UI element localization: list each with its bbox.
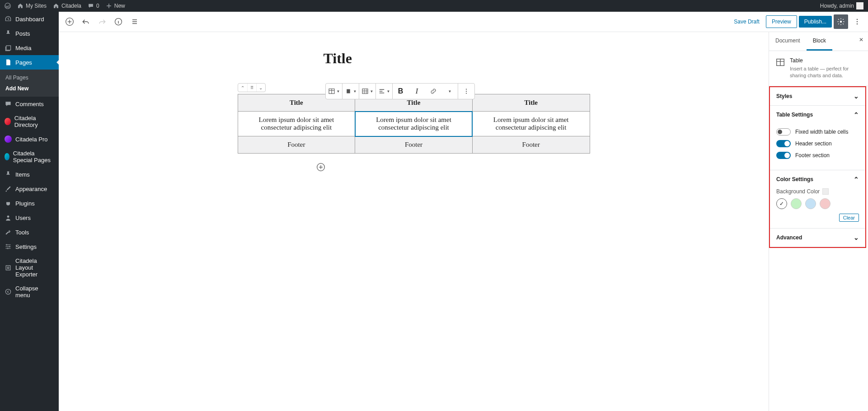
wordpress-icon — [5, 3, 11, 9]
panel-color-settings[interactable]: Color Settings⌃ — [770, 170, 865, 188]
align-button[interactable]: ▼ — [343, 84, 359, 99]
table-cell[interactable]: Lorem ipsum dolor sit amet consectetur a… — [355, 112, 473, 136]
more-menu-button[interactable] — [850, 14, 864, 29]
color-swatch[interactable] — [791, 198, 802, 209]
color-swatch[interactable] — [820, 198, 830, 209]
sidebar-item-media[interactable]: Media — [0, 41, 59, 55]
color-swatches: ✓ — [776, 198, 859, 209]
link-button[interactable] — [425, 84, 441, 99]
howdy-link[interactable]: Howdy, admin — [820, 2, 863, 9]
comments-link[interactable]: 0 — [88, 3, 99, 9]
close-inspector-button[interactable]: ✕ — [854, 32, 868, 51]
my-sites-link[interactable]: My Sites — [17, 3, 47, 9]
table-footer-cell[interactable]: Footer — [238, 136, 355, 154]
sidebar-item-comments[interactable]: Comments — [0, 97, 59, 111]
color-swatch[interactable] — [805, 198, 816, 209]
sidebar-sub-all-pages[interactable]: All Pages — [0, 72, 59, 83]
wp-logo[interactable] — [5, 3, 11, 9]
publish-button[interactable]: Publish... — [799, 16, 832, 28]
panel-advanced[interactable]: Advanced⌄ — [770, 229, 865, 247]
append-block-button[interactable] — [314, 161, 327, 173]
settings-gear-button[interactable] — [834, 14, 848, 29]
bold-button[interactable]: B — [393, 84, 409, 99]
toggle-label: Header section — [795, 140, 832, 147]
more-format-button[interactable]: ▼ — [441, 84, 458, 99]
toggle-label: Footer section — [795, 152, 830, 159]
sidebar-sub-add-new[interactable]: Add New — [0, 83, 59, 94]
new-link[interactable]: New — [106, 3, 125, 9]
add-block-button[interactable] — [62, 14, 77, 29]
brush-icon — [5, 185, 12, 192]
color-swatch[interactable]: ✓ — [776, 198, 787, 209]
tab-block[interactable]: Block — [807, 32, 832, 51]
table-footer-cell[interactable]: Footer — [355, 136, 473, 154]
svg-point-7 — [857, 21, 858, 23]
sidebar-item-settings[interactable]: Settings — [0, 239, 59, 254]
plus-icon — [106, 3, 112, 9]
comment-icon — [88, 3, 94, 9]
editor-top-bar: Save Draft Preview Publish... — [59, 12, 868, 32]
bg-color-label: Background Color — [776, 188, 859, 195]
sidebar-item-citadela-directory[interactable]: Citadela Directory — [0, 111, 59, 132]
table-block[interactable]: ⌃ ⠿ ⌄ ▼ ▼ ▼ — [238, 94, 590, 154]
text-align-button[interactable]: ▼ — [376, 84, 392, 99]
redo-icon — [98, 17, 107, 26]
undo-button[interactable] — [79, 14, 93, 29]
drag-handle[interactable]: ⠿ — [247, 84, 256, 92]
tab-document[interactable]: Document — [769, 32, 807, 51]
block-type-button[interactable]: ▼ — [326, 84, 342, 99]
color-preview-swatch — [822, 188, 829, 195]
block-name: Table — [790, 57, 862, 64]
preview-button[interactable]: Preview — [766, 15, 797, 28]
block-inspector: Document Block ✕ Table Insert a table — … — [769, 32, 868, 411]
editor-canvas[interactable]: Title ⌃ ⠿ ⌄ ▼ ▼ — [59, 32, 769, 411]
avatar-icon — [856, 2, 863, 9]
sidebar-item-posts[interactable]: Posts — [0, 26, 59, 41]
chevron-down-icon: ⌄ — [854, 234, 859, 241]
sidebar-item-appearance[interactable]: Appearance — [0, 182, 59, 196]
move-down-button[interactable]: ⌄ — [256, 84, 265, 92]
text-align-icon — [378, 87, 386, 95]
clear-color-button[interactable]: Clear — [839, 214, 859, 222]
content-table[interactable]: Title Title Title Lorem ipsum dolor sit … — [238, 94, 590, 154]
outline-button[interactable] — [127, 14, 142, 29]
svg-point-2 — [5, 289, 10, 294]
settings-highlight: Styles⌄ Table Settings⌃ Fixed width tabl… — [769, 86, 866, 248]
panel-table-settings[interactable]: Table Settings⌃ — [770, 106, 865, 124]
sidebar-item-users[interactable]: Users — [0, 210, 59, 225]
table-header-cell[interactable]: Title — [472, 94, 590, 112]
svg-point-14 — [465, 93, 466, 93]
collapse-icon — [5, 288, 12, 295]
svg-point-8 — [857, 23, 858, 25]
page-title[interactable]: Title — [324, 50, 590, 67]
sidebar-item-citadela-layout[interactable]: Citadela Layout Exporter — [0, 254, 59, 281]
toggle-footer-section[interactable] — [776, 152, 791, 159]
sidebar-item-citadela-special[interactable]: Citadela Special Pages — [0, 146, 59, 167]
sidebar-item-items[interactable]: Items — [0, 167, 59, 182]
table-cell[interactable]: Lorem ipsum dolor sit amet consectetur a… — [238, 112, 355, 136]
sidebar-item-pages[interactable]: Pages — [0, 55, 59, 70]
chevron-up-icon: ⌃ — [854, 111, 859, 118]
sidebar-collapse[interactable]: Collapse menu — [0, 281, 59, 302]
edit-table-button[interactable]: ▼ — [359, 84, 375, 99]
svg-point-5 — [840, 21, 842, 23]
editor-main: Save Draft Preview Publish... Title ⌃ ⠿ … — [59, 12, 868, 411]
italic-button[interactable]: I — [409, 84, 425, 99]
redo-button[interactable] — [95, 14, 109, 29]
user-icon — [5, 214, 12, 221]
sidebar-item-citadela-pro[interactable]: Citadela Pro — [0, 132, 59, 146]
table-cell[interactable]: Lorem ipsum dolor sit amet consectetur a… — [472, 112, 590, 136]
toggle-header-section[interactable] — [776, 140, 791, 147]
sidebar-item-dashboard[interactable]: Dashboard — [0, 12, 59, 26]
toggle-fixed-width[interactable] — [776, 128, 791, 135]
table-icon — [775, 57, 785, 67]
info-button[interactable] — [111, 14, 126, 29]
panel-styles[interactable]: Styles⌄ — [770, 87, 865, 105]
sidebar-item-tools[interactable]: Tools — [0, 225, 59, 239]
block-more-button[interactable] — [458, 84, 474, 99]
save-draft-button[interactable]: Save Draft — [729, 16, 764, 28]
site-link[interactable]: Citadela — [53, 3, 81, 9]
table-footer-cell[interactable]: Footer — [472, 136, 590, 154]
move-up-button[interactable]: ⌃ — [238, 84, 247, 92]
sidebar-item-plugins[interactable]: Plugins — [0, 196, 59, 210]
